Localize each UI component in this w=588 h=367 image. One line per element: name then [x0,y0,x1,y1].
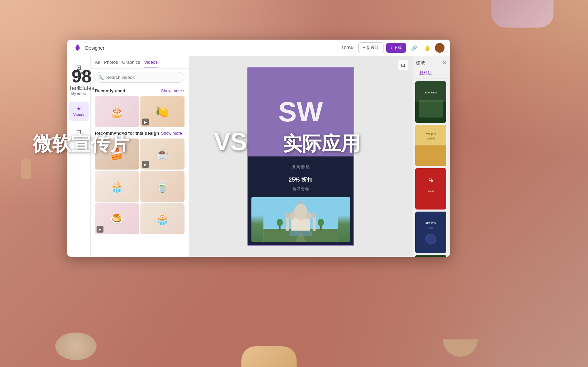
zoom-level: 100% [341,45,353,50]
video-badge-7: ▶ [97,226,103,233]
rec-video-3-content: 🧁 [95,171,139,202]
search-icon: 🔍 [98,75,104,80]
right-panel-close-button[interactable]: ✕ [442,60,447,65]
svg-point-13 [277,219,282,226]
taj-mahal-image [251,197,350,242]
rec-video-4[interactable]: 🍵 [140,171,185,202]
recent-video-1[interactable]: 🎂 [95,96,139,127]
rec-video-3[interactable]: 🧁 [95,171,139,202]
sidebar: ⊞ Templates ⬆ My media ✦ Visuals ⊡ [67,56,91,257]
bell-button[interactable]: 🔔 [422,43,432,53]
canvas-discount: 25% 折扣 [289,176,312,184]
deco-bottom-center [241,346,297,367]
frame-icon[interactable]: ⊡ [398,60,408,70]
link-button[interactable]: 🔗 [409,43,419,53]
rec-video-4-content: 🍵 [140,171,185,202]
video-badge-2: ▶ [142,119,149,125]
svg-text:SALE: SALE [428,190,434,193]
right-panel-header: 想法 ✕ [412,56,450,68]
canvas-bottom-section: 海 天 游 记 25% 折扣 旅游套餐 [248,156,353,245]
canvas-sw-text: SW [278,98,323,126]
svg-text:%: % [429,177,433,183]
download-button[interactable]: ↓ 下载 [386,43,406,53]
recent-video-1-content: 🎂 [95,96,139,127]
templates-icon: ⊞ [76,64,81,71]
idea-thumb-4[interactable]: 25% 折扣 旅游 [415,212,446,253]
tab-graphics[interactable]: Graphics [122,60,140,68]
idea-thumbnails: 25% NEW 25% 折扣 旅游套餐 [412,79,450,257]
svg-rect-19 [419,100,443,118]
recommended-title: Recommended for this design [95,131,159,136]
idea-thumb-1[interactable]: 25% NEW [415,81,446,123]
svg-point-30 [426,234,436,244]
recently-used-header: Recently used Show more › [91,86,189,95]
recently-used-show-more[interactable]: Show more › [161,89,185,93]
app-name: Designer [85,45,341,51]
app-window: Designer 100% + 新设计 ↓ 下载 🔗 🔔 ⊞ Templates… [67,40,450,257]
svg-point-11 [312,212,316,217]
sidebar-templates-label: Templates [71,71,87,75]
tab-videos[interactable]: Videos [144,60,158,68]
sidebar-item-visuals[interactable]: ✦ Visuals [69,102,89,121]
svg-text:旅游套餐: 旅游套餐 [427,137,435,140]
deco-bottom-left [55,333,97,360]
rec-video-1[interactable]: 🍰 [95,139,139,170]
svg-text:25% 折扣: 25% 折扣 [426,133,436,135]
svg-rect-21 [415,145,446,166]
svg-rect-24 [415,168,446,210]
sidebar-item-more[interactable]: ⊡ [69,122,89,142]
app-logo [73,43,82,53]
rec-video-6-content: 🧁 [140,203,185,234]
idea-thumb-5[interactable]: 25%折 旅游套餐 [415,255,446,257]
rec-video-6[interactable]: 🧁 [140,203,185,234]
user-avatar[interactable] [435,43,445,53]
bell-icon: 🔔 [424,45,430,51]
right-panel: 想法 ✕ + 新想法 25% NEW [412,56,450,257]
rec-video-1-content: 🍰 [95,139,139,170]
window-body: ⊞ Templates ⬆ My media ✦ Visuals ⊡ All P… [67,56,450,257]
canvas-travel-title: 海 天 游 记 [291,164,310,170]
recent-video-2[interactable]: 🍋 ▶ [140,96,185,127]
idea-thumb-2[interactable]: 25% 折扣 旅游套餐 [415,125,446,166]
svg-point-6 [289,212,295,220]
deco-top-right [491,0,554,28]
svg-rect-27 [415,212,446,253]
sidebar-item-my-media[interactable]: ⬆ My media [69,81,89,100]
search-input[interactable] [95,72,185,83]
svg-point-9 [285,212,289,217]
sidebar-visuals-label: Visuals [73,113,84,117]
visuals-icon: ✦ [76,106,81,112]
rec-video-2[interactable]: ☕ ▶ [140,139,185,170]
new-idea-button[interactable]: + 新想法 [412,68,450,79]
recommended-show-more[interactable]: Show more › [161,131,185,136]
rec-video-5[interactable]: 🍮 ▶ [95,203,139,234]
svg-text:旅游: 旅游 [429,227,433,229]
new-design-button[interactable]: + 新设计 [358,42,383,53]
tab-all[interactable]: All [95,60,100,68]
deco-mushroom-stem [21,159,31,179]
recommended-grid: 🍰 ☕ ▶ 🧁 🍵 🍮 ▶ 🧁 [91,137,189,236]
more-icon: ⊡ [76,129,81,135]
recently-used-grid: 🎂 🍋 ▶ [91,95,189,129]
recommended-header: Recommended for this design Show more › [91,129,189,137]
sidebar-my-media-label: My media [71,92,86,96]
idea-thumb-3[interactable]: % SALE [415,168,446,210]
canvas-area[interactable]: ⊡ SW 海 天 游 记 25% 折扣 旅游套餐 [189,56,412,257]
svg-rect-10 [312,216,316,231]
svg-point-7 [306,212,312,220]
title-bar-actions: + 新设计 ↓ 下载 🔗 🔔 [358,42,445,53]
svg-rect-8 [286,216,289,231]
canvas-top-section: SW [248,68,353,156]
svg-rect-31 [415,255,446,257]
search-bar: 🔍 [95,72,185,83]
recently-used-title: Recently used [95,88,125,93]
design-canvas[interactable]: SW 海 天 游 记 25% 折扣 旅游套餐 [247,67,354,246]
svg-text:25% NEW: 25% NEW [425,91,437,94]
svg-text:25% 折扣: 25% 折扣 [426,222,436,224]
link-icon: 🔗 [411,45,417,51]
canvas-package: 旅游套餐 [292,186,309,192]
sidebar-item-templates[interactable]: ⊞ Templates [69,60,89,80]
video-badge-4: ▶ [142,161,149,168]
tab-photos[interactable]: Photos [104,60,118,68]
my-media-icon: ⬆ [76,85,81,91]
